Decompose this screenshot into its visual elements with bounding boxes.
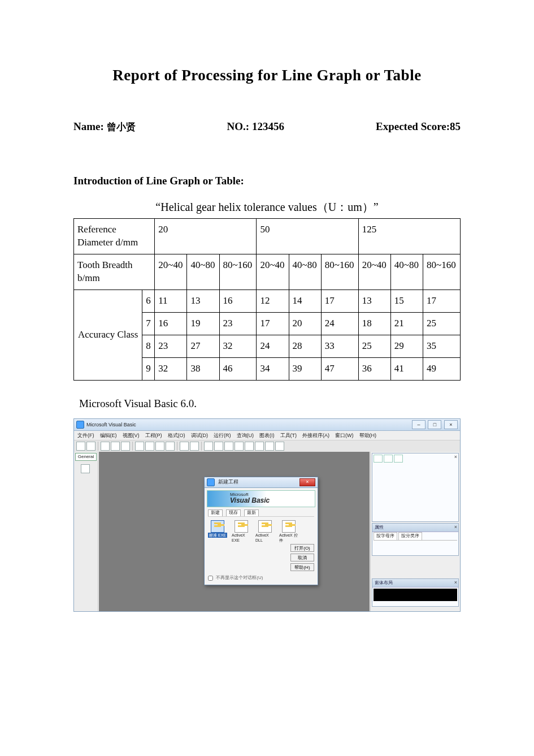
toolbar-icon[interactable] [245,442,254,451]
expected-score: Expected Score:85 [376,119,461,134]
vb-version-note: Microsoft Visual Basic 6.0. [79,396,461,411]
toolbar-icon[interactable] [180,442,189,451]
toolbar-icon[interactable] [166,442,175,451]
pane-button-icon[interactable] [394,455,403,463]
dont-show-again[interactable]: 不再显示这个对话框(U) [208,575,263,581]
menu-item[interactable]: 外接程序(A) [302,432,329,439]
toolbar-icon[interactable] [255,442,264,451]
project-activex-ctl-icon [282,520,296,533]
intro-heading: Introduction of Line Graph or Table: [73,174,461,188]
toolbox-tab[interactable]: General [75,453,97,461]
help-button[interactable]: 帮助(H) [290,563,314,571]
toolbar-icon[interactable] [155,442,164,451]
menu-item[interactable]: 工程(P) [145,432,162,439]
project-type-list[interactable]: 标准 EXE ActiveX EXE ActiveX DLL ActiveX 控… [208,520,314,543]
student-info: Name: 曾小贤 NO.: 123456 Expected Score:85 [73,119,461,134]
toolbar-icon[interactable] [190,442,199,451]
window-buttons[interactable]: – □ × [411,420,458,429]
vb-logo-icon [76,421,84,429]
header-accuracy-class: Accuracy Class [74,290,142,380]
table-row: Accuracy Class 6 11 13 16 12 14 17 13 15… [74,290,461,312]
toolbar-icon[interactable] [111,442,120,451]
menu-item[interactable]: 编辑(E) [100,432,117,439]
properties-pane[interactable]: 属性 × 按字母序 按分类序 [372,523,459,556]
menu-item[interactable]: 调试(D) [191,432,209,439]
maximize-icon[interactable]: □ [428,420,441,429]
toolbar-icon[interactable] [275,442,284,451]
toolbar-icon[interactable] [145,442,154,451]
tolerance-table: ReferenceDiameter d/mm 20 50 125 Tooth B… [73,218,461,381]
dialog-title: 新建工程 [218,479,238,485]
pane-button-icon[interactable] [384,455,393,463]
project-type-option[interactable]: ActiveX EXE [232,520,251,543]
table-row: ReferenceDiameter d/mm 20 50 125 [74,219,461,254]
toolbar-icon[interactable] [235,442,244,451]
toolbar-icon[interactable] [121,442,130,451]
close-icon[interactable]: × [454,453,457,460]
menu-item[interactable]: 运行(R) [214,432,231,439]
props-tab[interactable]: 按分类序 [398,532,422,540]
toolbar-icon[interactable] [135,442,144,451]
toolbox-panel[interactable]: General [74,452,98,611]
header-reference-diameter: ReferenceDiameter d/mm [74,219,155,254]
toolbar-icon[interactable] [265,442,274,451]
menubar[interactable]: 文件(F) 编辑(E) 视图(V) 工程(P) 格式(O) 调试(D) 运行(R… [74,431,460,440]
cancel-button[interactable]: 取消 [290,554,314,561]
vb-logo-icon [207,478,215,486]
project-activex-exe-icon [235,520,248,533]
dialog-tabs[interactable]: 新建 现存 最新 [208,509,314,517]
student-name: Name: 曾小贤 [73,119,136,134]
toolbar-icon[interactable] [76,442,85,451]
header-tooth-breadth: Tooth Breadthb/mm [74,254,155,290]
pointer-tool-icon[interactable] [81,464,90,473]
close-icon[interactable]: × [454,579,457,586]
project-explorer-pane[interactable]: × [372,453,459,522]
table-caption: “Helical gear helix tolerance values（U：u… [73,200,461,215]
project-activex-dll-icon [258,520,272,533]
vb-ide-screenshot: Microsoft Visual Basic – □ × 文件(F) 编辑(E)… [73,418,461,612]
props-tab[interactable]: 按字母序 [374,532,397,540]
toolbar-icon[interactable] [214,442,223,451]
pane-button-icon[interactable] [374,455,383,463]
dialog-tab[interactable]: 新建 [208,509,223,516]
minimize-icon[interactable]: – [412,420,426,429]
toolbar-icon[interactable] [224,442,233,451]
dialog-tab[interactable]: 现存 [226,509,241,516]
dialog-close-icon[interactable]: × [299,478,315,486]
dialog-banner: Microsoft Visual Basic [207,490,315,507]
menu-item[interactable]: 窗口(W) [335,432,354,439]
open-button[interactable]: 打开(O) [290,544,314,552]
toolbar-icon[interactable] [101,442,110,451]
menu-item[interactable]: 图表(I) [259,432,275,439]
vb-titlebar[interactable]: Microsoft Visual Basic – □ × [74,419,460,431]
vb-app-title: Microsoft Visual Basic [86,421,136,428]
close-icon[interactable]: × [454,524,457,530]
form-layout-pane[interactable]: 窗体布局 × [372,578,459,607]
project-type-option[interactable]: 标准 EXE [208,520,227,538]
menu-item[interactable]: 文件(F) [77,432,94,439]
project-type-option[interactable]: ActiveX 控件 [279,520,298,543]
table-row: Tooth Breadthb/mm 20~40 40~80 80~160 20~… [74,254,461,290]
menu-item[interactable]: 格式(O) [168,432,185,439]
close-icon[interactable]: × [444,420,458,429]
report-title: Report of Processing for Line Graph or T… [73,65,461,85]
student-no: NO.: 123456 [227,119,284,134]
dialog-tab[interactable]: 最新 [244,509,259,516]
toolbar[interactable] [74,440,460,452]
layout-preview [374,589,457,601]
project-type-option[interactable]: ActiveX DLL [255,520,275,543]
new-project-dialog[interactable]: 新建工程 × Microsoft Visual Basic 新建 现存 最新 [204,477,318,585]
menu-item[interactable]: 帮助(H) [359,432,377,439]
menu-item[interactable]: 工具(T) [280,432,297,439]
menu-item[interactable]: 视图(V) [123,432,140,439]
toolbar-icon[interactable] [86,442,95,451]
project-exe-icon [211,520,224,533]
toolbar-icon[interactable] [204,442,213,451]
dont-show-checkbox[interactable] [208,576,213,581]
menu-item[interactable]: 查询(U) [237,432,254,439]
